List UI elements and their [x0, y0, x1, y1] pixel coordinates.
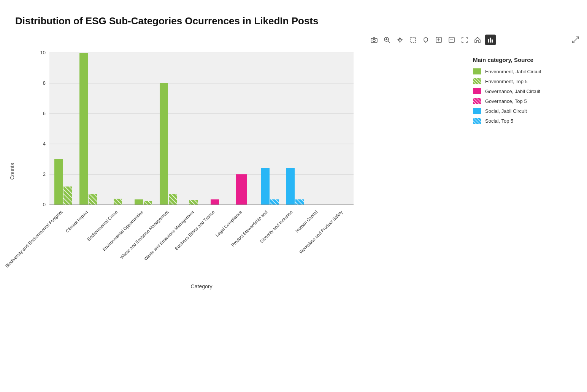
- bar-diversity-jabil: [286, 168, 295, 205]
- legend-item-gov-top5: Governance, Top 5: [473, 98, 572, 104]
- toolbar: [15, 35, 572, 45]
- legend-swatch-gov-jabil: [473, 88, 481, 94]
- legend-title: Main category, Source: [473, 57, 572, 63]
- bar-biodiversity-jabil: [54, 159, 63, 205]
- svg-text:6: 6: [43, 111, 46, 116]
- svg-rect-64: [473, 118, 481, 124]
- svg-rect-0: [371, 38, 377, 43]
- svg-text:Biodiversity and Environmental: Biodiversity and Environmental Footprint: [5, 209, 63, 268]
- legend-swatch-soc-top5: [473, 118, 481, 124]
- chart-wrapper: Counts: [15, 49, 450, 294]
- bar-bizEthics-jabil: [211, 199, 219, 205]
- bar-envOpp-jabil: [135, 199, 143, 205]
- bar-diversity-top5: [295, 199, 304, 205]
- svg-rect-53: [473, 68, 481, 74]
- svg-rect-9: [410, 37, 416, 43]
- legend-swatch-env-jabil: [473, 68, 481, 74]
- svg-rect-60: [473, 98, 481, 104]
- bar-climate-jabil: [79, 53, 88, 205]
- bar-waste2-top5: [189, 200, 198, 205]
- legend-item-gov-jabil: Governance, Jabil Circuit: [473, 88, 572, 94]
- legend-item-env-top5: Environment, Top 5: [473, 78, 572, 84]
- svg-text:Human Capital: Human Capital: [295, 210, 318, 233]
- fit-btn[interactable]: [459, 35, 470, 45]
- svg-text:2: 2: [43, 171, 46, 177]
- legend-label-env-top5: Environment, Top 5: [485, 79, 528, 84]
- svg-rect-61: [473, 108, 481, 114]
- svg-rect-17: [490, 38, 491, 43]
- svg-line-19: [576, 37, 579, 40]
- legend-label-soc-jabil: Social, Jabil Circuit: [485, 108, 527, 114]
- svg-text:Business Ethics and Trance: Business Ethics and Trance: [174, 210, 216, 251]
- legend-label-gov-top5: Governance, Top 5: [485, 98, 527, 104]
- lasso-btn[interactable]: [420, 35, 431, 45]
- svg-text:Workplace and Product Safety: Workplace and Product Safety: [298, 210, 343, 254]
- bar-envOpp-top5: [144, 201, 152, 205]
- svg-point-10: [425, 43, 426, 43]
- svg-line-3: [388, 41, 390, 43]
- legend-label-soc-top5: Social, Top 5: [485, 118, 513, 124]
- svg-rect-57: [473, 88, 481, 94]
- legend-swatch-env-top5: [473, 78, 481, 84]
- legend-item-soc-top5: Social, Top 5: [473, 118, 572, 124]
- svg-rect-18: [492, 40, 493, 43]
- svg-text:Environmental Opportunities: Environmental Opportunities: [102, 210, 144, 252]
- zoom-btn[interactable]: [382, 35, 392, 45]
- bar-legalComp-jabil: [236, 174, 247, 205]
- svg-rect-27: [49, 53, 354, 205]
- bar-climate-top5: [89, 194, 97, 205]
- legend-item-env-jabil: Environment, Jabil Circuit: [473, 68, 572, 74]
- svg-rect-56: [473, 78, 481, 84]
- bar-envCrime-top5: [114, 199, 122, 205]
- legend: Main category, Source Environment, Jabil…: [465, 49, 572, 128]
- legend-label-env-jabil: Environment, Jabil Circuit: [485, 69, 541, 74]
- svg-point-1: [373, 40, 375, 42]
- svg-line-20: [573, 40, 576, 43]
- bar-chart-btn[interactable]: [485, 35, 496, 45]
- svg-text:Legal Compliance: Legal Compliance: [215, 210, 243, 238]
- chart-area: Counts: [15, 49, 572, 294]
- svg-text:0: 0: [43, 202, 46, 207]
- y-axis-label: Counts: [9, 163, 15, 180]
- expand-btn[interactable]: [572, 36, 579, 46]
- crosshair-btn[interactable]: [395, 35, 405, 45]
- svg-text:Climate Impact: Climate Impact: [65, 209, 89, 233]
- svg-text:4: 4: [43, 141, 46, 147]
- legend-item-soc-jabil: Social, Jabil Circuit: [473, 108, 572, 114]
- svg-rect-16: [488, 39, 489, 43]
- x-axis-label: Category: [191, 283, 213, 289]
- bar-prodStew-top5: [270, 199, 279, 205]
- home-btn[interactable]: [472, 35, 483, 45]
- plus-btn[interactable]: [433, 35, 444, 45]
- camera-btn[interactable]: [369, 35, 379, 45]
- select-btn[interactable]: [408, 35, 418, 45]
- legend-label-gov-jabil: Governance, Jabil Circuit: [485, 89, 540, 94]
- svg-text:Waste and Emission Management: Waste and Emission Management: [119, 209, 170, 260]
- svg-text:8: 8: [43, 80, 46, 86]
- chart-svg: 0 2 4 6 8 10: [34, 49, 369, 292]
- minus-btn[interactable]: [446, 35, 457, 45]
- legend-swatch-soc-jabil: [473, 108, 481, 114]
- legend-swatch-gov-top5: [473, 98, 481, 104]
- bar-waste1-top5: [169, 194, 177, 205]
- bar-biodiversity-top5: [63, 187, 72, 205]
- chart-title: Distribution of ESG Sub-Categories Ocurr…: [15, 15, 572, 27]
- bar-prodStew-jabil: [261, 168, 270, 205]
- bar-waste1-jabil: [160, 83, 168, 205]
- svg-text:10: 10: [40, 50, 46, 55]
